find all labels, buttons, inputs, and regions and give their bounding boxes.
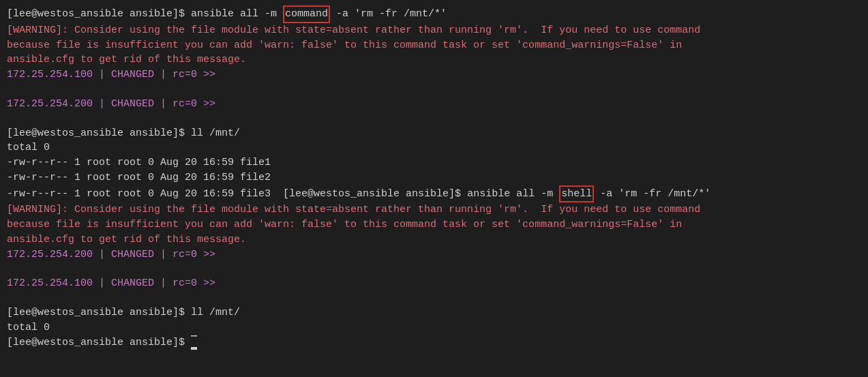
cmd1-suffix: -a 'rm -fr /mnt/*' bbox=[330, 7, 447, 22]
warning2b: because file is insufficient you can add… bbox=[7, 217, 861, 232]
line-cmd1: [lee@westos_ansible ansible]$ ansible al… bbox=[7, 5, 861, 23]
empty2 bbox=[7, 112, 861, 126]
file3-text: -rw-r--r-- 1 root root 0 Aug 20 16:59 fi… bbox=[7, 187, 271, 202]
result1a: 172.25.254.100 | CHANGED | rc=0 >> bbox=[7, 67, 861, 82]
file1: -rw-r--r-- 1 root root 0 Aug 20 16:59 fi… bbox=[7, 155, 861, 170]
warning1a: [WARNING]: Consider using the file modul… bbox=[7, 23, 861, 38]
empty4 bbox=[7, 291, 861, 305]
cursor: █ bbox=[191, 335, 197, 350]
result2b: 172.25.254.100 | CHANGED | rc=0 >> bbox=[7, 276, 861, 291]
empty1 bbox=[7, 82, 861, 97]
cmd3-suffix: -a 'rm -fr /mnt/*' bbox=[594, 187, 710, 202]
shell-highlight: shell bbox=[559, 185, 594, 203]
cmd4: [lee@westos_ansible ansible]$ ll /mnt/ bbox=[7, 305, 861, 320]
empty3 bbox=[7, 262, 861, 276]
cmd1-highlight: command bbox=[283, 5, 330, 23]
total1: total 0 bbox=[7, 140, 861, 155]
final-prompt[interactable]: [lee@westos_ansible ansible]$ █ bbox=[7, 335, 861, 350]
cmd2: [lee@westos_ansible ansible]$ ll /mnt/ bbox=[7, 126, 861, 141]
warning1b: because file is insufficient you can add… bbox=[7, 38, 861, 53]
result1b: 172.25.254.200 | CHANGED | rc=0 >> bbox=[7, 97, 861, 112]
warning1c: ansible.cfg to get rid of this message. bbox=[7, 52, 861, 67]
result2a: 172.25.254.200 | CHANGED | rc=0 >> bbox=[7, 247, 861, 262]
total2: total 0 bbox=[7, 320, 861, 335]
warning2a: [WARNING]: Consider using the file modul… bbox=[7, 202, 861, 217]
cmd3-prefix: [lee@westos_ansible ansible]$ ansible al… bbox=[271, 187, 559, 202]
terminal: [lee@westos_ansible ansible]$ ansible al… bbox=[0, 0, 868, 377]
warning2c: ansible.cfg to get rid of this message. bbox=[7, 232, 861, 247]
cmd1-prefix: [lee@westos_ansible ansible]$ ansible al… bbox=[7, 7, 283, 22]
line-file3-cmd3: -rw-r--r-- 1 root root 0 Aug 20 16:59 fi… bbox=[7, 185, 861, 203]
file2: -rw-r--r-- 1 root root 0 Aug 20 16:59 fi… bbox=[7, 170, 861, 185]
